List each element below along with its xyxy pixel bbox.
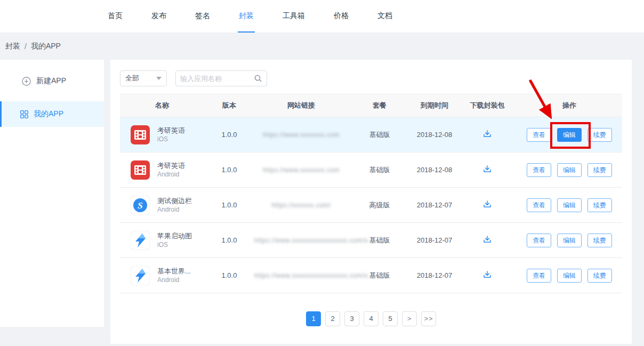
col-header-name: 名称: [120, 101, 204, 110]
download-cell: [458, 164, 517, 175]
renew-button[interactable]: 续费: [587, 128, 612, 142]
page-button-3[interactable]: 3: [344, 311, 359, 326]
download-icon[interactable]: [482, 270, 492, 279]
app-version: 1.0.0: [204, 201, 254, 209]
nav-item-publish[interactable]: 发布: [150, 0, 167, 33]
app-name: 测试侧边栏: [157, 196, 192, 206]
grid-icon: [20, 110, 28, 118]
actions-cell: 查看 编辑 续费: [517, 163, 622, 177]
app-version: 1.0.0: [204, 236, 254, 244]
actions-cell: 查看 编辑 续费: [517, 234, 622, 247]
top-nav: 首页 发布 签名 封装 工具箱 价格 文档: [0, 0, 644, 33]
table-row: 苹果启动图 iOS 1.0.0 https://www.xxxxxxxxxxxx…: [120, 223, 622, 258]
breadcrumb: 封装 / 我的APP: [0, 33, 644, 60]
renew-button[interactable]: 续费: [587, 198, 612, 212]
page-button-4[interactable]: 4: [364, 311, 379, 326]
breadcrumb-root[interactable]: 封装: [5, 42, 20, 51]
app-version: 1.0.0: [204, 131, 254, 139]
table-row: 考研英语 Android 1.0.0 https://www.xxxxxxx.c…: [120, 152, 622, 188]
last-page-button[interactable]: >>: [421, 311, 436, 326]
download-cell: [458, 235, 517, 246]
app-url: https://xxxxxx.com/: [254, 201, 348, 209]
app-platform: iOS: [157, 135, 185, 143]
main-content: 全部 名称 版本 网站链接 套餐 到期时间 下载封装包 操作: [110, 60, 632, 344]
app-expire-date: 2018-12-07: [411, 201, 458, 209]
app-version: 1.0.0: [204, 166, 254, 174]
renew-button[interactable]: 续费: [587, 269, 612, 283]
plus-circle-icon: [22, 77, 31, 86]
sidebar-item-label: 我的APP: [34, 109, 63, 119]
nav-item-package[interactable]: 封装: [238, 0, 255, 33]
view-button[interactable]: 查看: [527, 269, 551, 283]
app-table: 名称 版本 网站链接 套餐 到期时间 下载封装包 操作: [120, 94, 622, 293]
sidebar-item-my-app[interactable]: 我的APP: [0, 101, 104, 127]
page-button-1[interactable]: 1: [306, 311, 321, 326]
page-button-5[interactable]: 5: [383, 311, 398, 326]
bolt-app-icon: [131, 266, 150, 285]
edit-button[interactable]: 编辑: [557, 234, 582, 247]
chevron-down-icon: [156, 77, 162, 80]
app-name-cell: 苹果启动图 iOS: [120, 231, 204, 250]
download-icon[interactable]: [482, 235, 492, 244]
search-icon[interactable]: [254, 74, 262, 83]
col-header-url: 网站链接: [254, 101, 348, 110]
app-url: https://www.xxxxxxxxxxxxxxxx.com/x...: [254, 236, 348, 244]
edit-button[interactable]: 编辑: [557, 163, 582, 177]
sidebar-item-new-app[interactable]: 新建APP: [0, 68, 104, 94]
app-platform: Android: [157, 205, 192, 214]
renew-button[interactable]: 续费: [587, 234, 612, 247]
app-platform: Android: [157, 276, 191, 284]
filter-bar: 全部: [120, 70, 622, 86]
app-plan: 基础版: [348, 165, 411, 175]
app-name-cell: 基本世界... Android: [120, 266, 204, 285]
next-page-button[interactable]: >: [402, 311, 417, 326]
app-name-cell: 考研英语 iOS: [120, 125, 204, 144]
app-url: https://www.xxxxxxx.com: [254, 131, 348, 139]
download-icon[interactable]: [482, 129, 492, 139]
app-url-text: https://www.xxxxxxxxxxxxxxxx.com/x...: [254, 272, 374, 279]
download-cell: [458, 129, 517, 140]
view-button[interactable]: 查看: [527, 234, 551, 247]
edit-button[interactable]: 编辑: [557, 198, 582, 212]
actions-cell: 查看 编辑 续费: [517, 269, 622, 283]
app-expire-date: 2018-12-08: [411, 166, 458, 174]
app-url-text: https://xxxxxx.com/: [272, 202, 331, 209]
nav-item-docs[interactable]: 文档: [376, 0, 393, 33]
nav-item-home[interactable]: 首页: [107, 0, 124, 33]
pagination: 1 2 3 4 5 > >>: [120, 311, 622, 326]
actions-cell: 查看 编辑 续费: [517, 128, 622, 142]
app-name: 苹果启动图: [157, 231, 192, 241]
download-cell: [458, 199, 517, 211]
edit-button[interactable]: 编辑: [557, 269, 582, 283]
app-expire-date: 2018-12-07: [411, 236, 458, 244]
page-button-2[interactable]: 2: [325, 311, 340, 326]
table-row: 基本世界... Android 1.0.0 https://www.xxxxxx…: [120, 258, 622, 293]
nav-item-sign[interactable]: 签名: [194, 0, 211, 33]
renew-button[interactable]: 续费: [587, 163, 612, 177]
col-header-expire: 到期时间: [411, 101, 458, 110]
nav-item-toolbox[interactable]: 工具箱: [281, 0, 306, 33]
download-icon[interactable]: [482, 164, 492, 174]
search-input[interactable]: [180, 75, 254, 83]
category-select-value: 全部: [125, 74, 139, 83]
col-header-actions: 操作: [517, 101, 622, 110]
nav-item-price[interactable]: 价格: [333, 0, 350, 33]
view-button[interactable]: 查看: [527, 128, 551, 142]
view-button[interactable]: 查看: [527, 198, 551, 212]
actions-cell: 查看 编辑 续费: [517, 198, 622, 212]
view-button[interactable]: 查看: [527, 163, 551, 177]
app-plan: 基础版: [348, 130, 411, 140]
app-expire-date: 2018-12-08: [411, 131, 458, 139]
page: 首页 发布 签名 封装 工具箱 价格 文档 封装 / 我的APP 新建APP: [0, 0, 644, 346]
table-header: 名称 版本 网站链接 套餐 到期时间 下载封装包 操作: [120, 94, 622, 117]
edit-button[interactable]: 编辑: [557, 128, 582, 142]
app-platform: iOS: [157, 240, 192, 249]
svg-text:S: S: [138, 200, 142, 211]
download-icon[interactable]: [482, 199, 492, 209]
app-name-cell: 考研英语 Android: [120, 160, 204, 180]
app-url-text: https://www.xxxxxxxxxxxxxxxx.com/x...: [254, 237, 374, 244]
app-name: 基本世界...: [157, 267, 191, 276]
app-name: 考研英语: [157, 161, 185, 171]
category-select[interactable]: 全部: [120, 70, 167, 86]
s-logo-app-icon: S: [131, 196, 150, 215]
